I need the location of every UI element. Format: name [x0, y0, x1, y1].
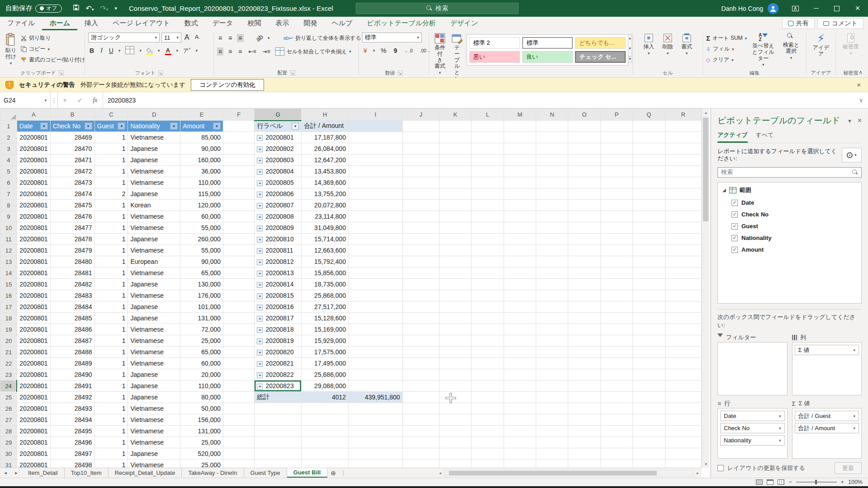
cell-D8[interactable]: Korean: [128, 200, 180, 211]
phonetic-guide-button[interactable]: ア≡: [182, 47, 192, 55]
cell-A27[interactable]: 20200801: [17, 414, 50, 426]
orientation-icon[interactable]: ab: [253, 32, 265, 44]
cell-E28[interactable]: 131,000: [180, 426, 223, 437]
cell-C18[interactable]: 1: [94, 313, 128, 324]
cell-D5[interactable]: Vietnamese: [128, 166, 180, 177]
share-button[interactable]: 共有: [782, 18, 815, 29]
cell-D22[interactable]: Vietnamese: [128, 358, 180, 369]
cell-A6[interactable]: 20200801: [17, 177, 50, 188]
cell-D2[interactable]: Vietnamese: [128, 132, 180, 143]
cell-B10[interactable]: 28477: [50, 222, 94, 234]
cell-O14[interactable]: [568, 267, 600, 279]
cell-E23[interactable]: 20,000: [180, 369, 223, 380]
fill-color-button[interactable]: [145, 47, 154, 55]
cell-B12[interactable]: 28479: [50, 245, 94, 256]
cell-A28[interactable]: 20200801: [17, 426, 50, 437]
cell-D3[interactable]: Japanese: [128, 143, 180, 155]
cell-G22[interactable]: +20200821: [255, 358, 302, 369]
cell-K9[interactable]: [439, 211, 472, 222]
cell-Q24[interactable]: [633, 380, 665, 392]
cell-I4[interactable]: [349, 155, 403, 166]
row-header-21[interactable]: 21: [0, 347, 17, 358]
cell-K19[interactable]: [439, 324, 472, 335]
row-header-3[interactable]: 3: [0, 143, 17, 155]
restore-button[interactable]: [826, 0, 847, 17]
cell-D14[interactable]: Vietnamese: [128, 267, 180, 279]
cell-K31[interactable]: [439, 460, 472, 468]
copy-button[interactable]: コピー▾: [21, 44, 85, 54]
cell-D6[interactable]: Vietnamese: [128, 177, 180, 188]
cell-O21[interactable]: [568, 347, 600, 358]
cell-J29[interactable]: [402, 437, 439, 448]
cell-K8[interactable]: [439, 200, 472, 211]
sheet-tab-Receipt_Detail_Update[interactable]: Receipt_Detail_Update: [108, 468, 182, 478]
page-layout-view-icon[interactable]: [767, 479, 774, 485]
cell-F11[interactable]: [223, 234, 255, 245]
cell-O29[interactable]: [568, 437, 600, 448]
cell-G3[interactable]: +20200802: [255, 143, 302, 155]
expand-icon[interactable]: +: [257, 169, 263, 175]
expand-icon[interactable]: +: [257, 384, 263, 389]
cell-B5[interactable]: 28472: [50, 166, 94, 177]
autosum-button[interactable]: Σオート SUM▾: [706, 33, 747, 43]
tab-校閲[interactable]: 校閲: [240, 17, 268, 30]
row-header-23[interactable]: 23: [0, 369, 17, 380]
cell-C12[interactable]: 1: [94, 245, 128, 256]
cell-I7[interactable]: [349, 188, 403, 200]
column-header-K[interactable]: K: [439, 109, 472, 121]
close-button[interactable]: ×: [847, 0, 868, 17]
ideas-button[interactable]: ⚡ アイデア: [810, 33, 832, 58]
cut-button[interactable]: 切り取り: [21, 33, 85, 43]
column-header-J[interactable]: J: [402, 109, 439, 121]
cell-P28[interactable]: [600, 426, 632, 437]
cell-E5[interactable]: 36,000: [180, 166, 223, 177]
defer-layout-checkbox[interactable]: [717, 465, 724, 471]
cell-G29[interactable]: [255, 437, 302, 448]
cell-O24[interactable]: [568, 380, 600, 392]
cell-F9[interactable]: [223, 211, 255, 222]
cell-D18[interactable]: Japanese: [128, 313, 180, 324]
cell-D15[interactable]: Japanese: [128, 279, 180, 290]
cell-L5[interactable]: [472, 166, 504, 177]
row-header-5[interactable]: 5: [0, 166, 17, 177]
cell-E24[interactable]: 110,000: [180, 380, 223, 392]
cell-P12[interactable]: [600, 245, 632, 256]
cell-M30[interactable]: [504, 448, 536, 460]
cell-C9[interactable]: 1: [94, 211, 128, 222]
field-Amount[interactable]: ✓Amount: [722, 244, 857, 256]
zoom-in-icon[interactable]: +: [841, 479, 844, 485]
field-Check No[interactable]: ✓Check No: [722, 209, 857, 221]
cell-E31[interactable]: 25,000: [180, 460, 223, 468]
cell-L18[interactable]: [472, 313, 504, 324]
cell-M26[interactable]: [504, 403, 536, 414]
ribbon-display-options-button[interactable]: ∧: [785, 0, 806, 17]
comments-button[interactable]: コメント: [817, 18, 863, 29]
cell-P2[interactable]: [600, 132, 632, 143]
sheet-nav-right-icon[interactable]: ▸: [11, 468, 22, 478]
cell-C21[interactable]: 1: [94, 347, 128, 358]
cell-H18[interactable]: 15,128,600: [302, 313, 349, 324]
cell-E6[interactable]: 110,000: [180, 177, 223, 188]
cell-F13[interactable]: [223, 256, 255, 267]
cell-E26[interactable]: 50,000: [180, 403, 223, 414]
cell-R7[interactable]: [665, 188, 701, 200]
autosave-toggle[interactable]: 自動保存 オフ: [5, 4, 62, 13]
column-header-N[interactable]: N: [536, 109, 568, 121]
cell-Q27[interactable]: [633, 414, 665, 426]
cell-R15[interactable]: [665, 279, 701, 290]
cell-P15[interactable]: [600, 279, 632, 290]
column-header-L[interactable]: L: [472, 109, 504, 121]
insert-function-icon[interactable]: fx: [93, 97, 97, 104]
formula-input[interactable]: 20200823: [103, 92, 854, 108]
cell-E3[interactable]: 90,000: [180, 143, 223, 155]
cell-F31[interactable]: [223, 460, 255, 468]
name-box-resize-handle[interactable]: ⋮: [51, 92, 58, 108]
column-header-R[interactable]: R: [665, 109, 701, 121]
cell-R18[interactable]: [665, 313, 701, 324]
expand-icon[interactable]: +: [257, 248, 263, 254]
cell-B25[interactable]: 28492: [50, 392, 94, 403]
cell-R3[interactable]: [665, 143, 701, 155]
cell-H24[interactable]: 29,088,000: [302, 380, 349, 392]
cell-N19[interactable]: [536, 324, 568, 335]
tab-all-fields[interactable]: すべて: [756, 131, 774, 143]
